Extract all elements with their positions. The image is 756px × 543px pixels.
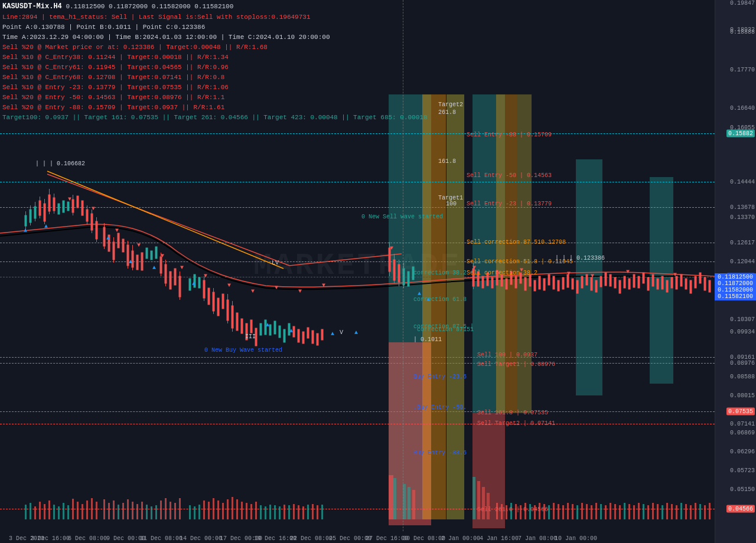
svg-rect-196 [255,502,257,519]
sell-arrow-3: ▼ [115,227,119,234]
header-line9: Sell %20 @ Entry -50: 0.14563 | Target:0… [2,93,428,103]
svg-rect-182 [189,505,191,519]
svg-rect-237 [576,505,578,519]
svg-rect-123 [591,277,592,290]
sell-arrow-9: ▼ [251,288,255,295]
svg-rect-168 [118,505,119,519]
x-label-22-Dec-08:00: 22 Dec 08:00 [290,535,333,542]
x-label-7-Jan-08:00: 7 Jan 08:00 [518,535,557,542]
svg-rect-165 [103,499,105,519]
svg-rect-164 [96,502,97,519]
svg-rect-264 [704,505,706,519]
x-label-14-Dec-00:00: 14 Dec 00:00 [180,535,222,542]
svg-rect-149 [25,505,27,519]
svg-rect-130 [624,276,625,288]
svg-rect-232 [553,503,555,519]
buy-entry-886-label: Buy Entry -88.6 [413,450,467,456]
svg-rect-240 [591,505,592,519]
svg-rect-155 [53,505,55,519]
x-axis: 3 Dec 20233 Dec 16:006 Dec 08:009 Dec 00… [0,531,715,543]
svg-rect-135 [647,277,649,290]
sell-arrow-5: ▼ [161,253,164,259]
svg-rect-129 [619,280,621,293]
svg-rect-51 [174,269,176,285]
svg-rect-191 [232,497,233,519]
svg-rect-236 [572,504,573,519]
correction-87151-label: correction 87151 [417,326,474,333]
buy-arrow-7: ▲ [266,322,269,328]
buy-arrow-3: ▲ [106,235,110,241]
svg-rect-110 [529,274,531,286]
svg-rect-105 [506,279,507,289]
target1-100: 100 [446,201,457,207]
svg-rect-126 [605,273,607,286]
volume-chart-svg [0,472,715,519]
svg-rect-245 [614,504,616,519]
svg-rect-50 [170,272,171,289]
current-price-value: 0.11812500 0.11872000 0.11582000 0.11582… [718,274,753,300]
svg-rect-206 [302,506,304,519]
price-106682: | | | 0.106682 [35,161,85,167]
buy-arrow-12: ▲ [426,296,430,303]
svg-rect-41 [136,255,138,270]
svg-rect-212 [393,478,396,519]
sell-100-label: Sell 100 | 0.0937 [477,352,537,358]
svg-rect-218 [482,487,485,519]
y-label-012617: 0.12617 [730,240,755,246]
svg-rect-36 [122,239,124,252]
svg-rect-178 [165,498,167,519]
svg-rect-139 [666,280,668,292]
svg-rect-42 [141,253,143,270]
svg-rect-121 [581,276,583,288]
buy-arrow-2: ▲ [44,223,48,230]
svg-rect-258 [676,505,677,519]
x-label-2-Jan-00:00: 2 Jan 00:00 [441,535,480,542]
price-c-label: | | | 0.123386 [555,255,605,261]
svg-rect-83 [307,328,309,338]
y-label-009934: 0.09934 [730,329,755,335]
buy-arrow-4: ▲ [129,259,132,265]
v-label: V [340,329,343,336]
svg-rect-210 [321,505,323,519]
ticker-label: KASUSDT-Mix.H4 [2,2,62,11]
svg-rect-153 [44,504,45,519]
new-buy-wave-label: 0 New Buy Wave started [204,347,282,354]
sell-arrow-11: ▼ [298,288,302,295]
sell-arrow-14: ▼ [472,264,476,271]
svg-rect-162 [86,501,88,519]
svg-rect-104 [501,274,503,286]
svg-rect-78 [284,329,285,342]
svg-rect-256 [666,503,668,519]
svg-rect-234 [562,505,564,519]
svg-rect-75 [269,325,271,335]
svg-rect-201 [279,506,281,519]
svg-rect-151 [34,506,36,519]
svg-rect-71 [250,320,252,333]
svg-rect-250 [638,503,640,519]
svg-rect-113 [543,279,545,290]
svg-rect-131 [628,279,630,289]
y-label-013370: 0.13370 [730,214,755,221]
svg-rect-22 [77,196,79,208]
svg-rect-95 [408,272,409,286]
svg-rect-147 [704,277,706,290]
svg-rect-82 [302,332,304,344]
svg-rect-81 [298,329,299,342]
svg-rect-186 [208,502,210,519]
target2-161-8-label: 161.8 [438,158,456,165]
y-label-006296: 0.06296 [730,449,755,455]
svg-rect-173 [141,502,143,519]
sell-correction-382-label: Sell correction 38.2 [467,270,537,276]
buy-arrow-11: ▲ [418,290,421,297]
svg-rect-251 [643,504,644,519]
svg-rect-174 [146,505,148,519]
sell-arrow-13: ▼ [390,245,393,251]
svg-rect-202 [284,505,285,519]
svg-rect-141 [676,276,677,289]
y-label-015882: 0.15882 [726,130,755,138]
svg-rect-177 [160,501,162,519]
sell-arrow-15: ▼ [496,270,500,277]
svg-rect-158 [67,505,69,519]
svg-rect-148 [709,280,711,292]
lv-label: LV [272,260,279,266]
